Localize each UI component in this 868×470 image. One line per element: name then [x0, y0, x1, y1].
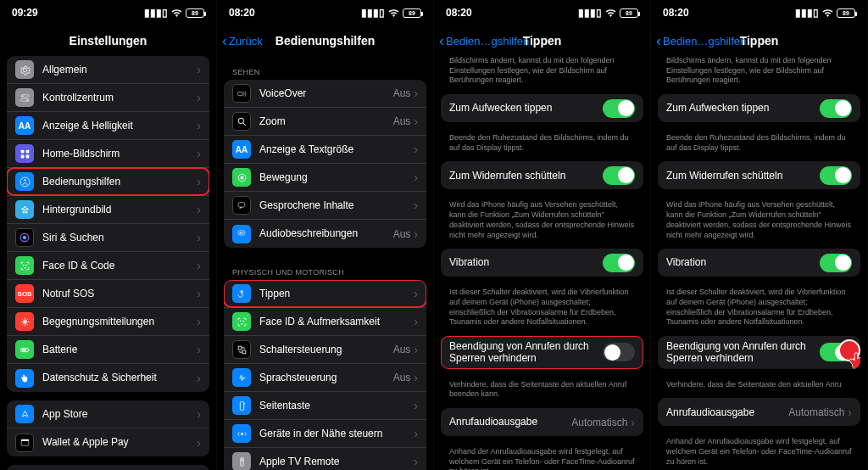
- chevron-right-icon: ›: [414, 143, 418, 156]
- chevron-right-icon: ›: [197, 407, 201, 421]
- settings-row[interactable]: AnrufaudioausgabeAutomatisch›: [441, 408, 643, 436]
- settings-row[interactable]: Wallet & Apple Pay›: [7, 428, 209, 456]
- svg-point-14: [22, 210, 25, 213]
- chevron-right-icon: ›: [414, 227, 418, 241]
- chevron-right-icon: ›: [197, 147, 201, 160]
- phone-screen: 09:29 ▮▮▮▯ 89 Einstellungen Allgemein› K…: [0, 0, 217, 470]
- settings-row[interactable]: Passwörter›: [7, 465, 209, 470]
- settings-row[interactable]: Kontrollzentrum›: [7, 84, 209, 112]
- gear-icon: [15, 60, 34, 79]
- svg-point-39: [240, 176, 242, 178]
- toggle-switch[interactable]: [820, 99, 852, 118]
- row-value: Aus: [393, 372, 411, 383]
- chevron-right-icon: ›: [197, 119, 201, 132]
- toggle-switch[interactable]: [820, 166, 852, 185]
- settings-row[interactable]: Zum Widerrufen schütteln: [658, 161, 860, 189]
- back-button[interactable]: ‹Zurück: [222, 33, 263, 48]
- toggle-switch[interactable]: [820, 254, 852, 272]
- status-time: 09:29: [12, 7, 38, 19]
- settings-row[interactable]: Allgemein›: [7, 56, 209, 84]
- svg-rect-40: [238, 202, 245, 206]
- settings-row[interactable]: AAAnzeige & Textgröße›: [224, 136, 426, 164]
- settings-row[interactable]: Zum Aufwecken tippen: [658, 94, 860, 122]
- back-button[interactable]: ‹Bedien…gshilfen: [656, 33, 746, 48]
- svg-point-3: [26, 99, 28, 101]
- svg-point-12: [25, 208, 28, 210]
- toggle-switch[interactable]: [603, 343, 635, 361]
- toggle-switch[interactable]: [603, 99, 635, 118]
- phone-screen: 08:20 ▮▮▮▯ 89 ‹Bedien…gshilfenTippenBild…: [651, 0, 868, 470]
- settings-row[interactable]: Beendigung von Anrufen durch Sperren ver…: [658, 336, 860, 369]
- settings-row[interactable]: Vibration: [441, 249, 643, 277]
- row-label: Batterie: [42, 344, 197, 355]
- svg-point-18: [23, 264, 24, 265]
- svg-line-25: [22, 319, 23, 320]
- settings-row[interactable]: App Store›: [7, 400, 209, 428]
- settings-row[interactable]: Siri & Suchen›: [7, 224, 209, 252]
- settings-row[interactable]: VoiceOverAus›: [224, 80, 426, 108]
- settings-row[interactable]: Hintergrundbild›: [7, 196, 209, 224]
- back-label: Bedien…gshilfen: [663, 35, 746, 48]
- settings-row[interactable]: Batterie›: [7, 336, 209, 364]
- toggles-icon: [15, 88, 34, 107]
- row-label: Begegnungsmitteilungen: [42, 316, 197, 327]
- settings-row[interactable]: Vibration: [658, 249, 860, 277]
- settings-row[interactable]: ADAudiobeschreibungenAus›: [224, 220, 426, 248]
- chevron-right-icon: ›: [197, 287, 201, 300]
- settings-row[interactable]: Beendigung von Anrufen durch Sperren ver…: [441, 336, 643, 369]
- nav-bar: Einstellungen: [0, 25, 216, 56]
- motion-icon: [232, 168, 251, 187]
- row-label: Sprachsteuerung: [259, 372, 393, 383]
- settings-row[interactable]: Tippen›: [224, 280, 426, 308]
- intro-text: Bildschirms ändern, kannst du mit den fo…: [658, 56, 860, 94]
- settings-row[interactable]: Seitentaste›: [224, 392, 426, 420]
- settings-row[interactable]: Face ID & Code›: [7, 252, 209, 280]
- back-button[interactable]: ‹Bedien…gshilfen: [439, 33, 529, 48]
- chevron-left-icon: ‹: [656, 33, 661, 48]
- toggle-switch[interactable]: [820, 343, 852, 361]
- intro-text: Bildschirms ändern, kannst du mit den fo…: [441, 56, 643, 94]
- settings-row[interactable]: Apple TV Remote›: [224, 448, 426, 470]
- svg-point-11: [24, 205, 26, 208]
- settings-row[interactable]: Bedienungshilfen›: [7, 168, 209, 196]
- toggle-switch[interactable]: [603, 166, 635, 185]
- section-footer: Beende den Ruhezustand des Bildschirms, …: [658, 131, 860, 161]
- settings-row[interactable]: Zum Widerrufen schütteln: [441, 161, 643, 189]
- wifi-icon: [822, 8, 833, 17]
- settings-group: Vibration: [658, 249, 860, 277]
- row-label: Geräte in der Nähe steuern: [259, 428, 414, 439]
- row-label: Zum Aufwecken tippen: [666, 102, 820, 114]
- status-indicators: ▮▮▮▯ 89: [144, 7, 204, 19]
- settings-row[interactable]: AAAnzeige & Helligkeit›: [7, 112, 209, 140]
- row-label: Zum Widerrufen schütteln: [449, 170, 603, 182]
- row-label: App Store: [42, 408, 197, 420]
- row-label: Vibration: [666, 256, 820, 268]
- row-label: Wallet & Apple Pay: [42, 436, 197, 448]
- settings-row[interactable]: AnrufaudioausgabeAutomatisch›: [658, 398, 860, 426]
- settings-group: AnrufaudioausgabeAutomatisch›: [658, 398, 860, 426]
- siri-icon: [15, 228, 34, 247]
- tv-icon: [232, 452, 251, 470]
- settings-row[interactable]: Begegnungsmitteilungen›: [7, 308, 209, 336]
- toggle-switch[interactable]: [603, 254, 635, 272]
- settings-row[interactable]: Face ID & Aufmerksamkeit›: [224, 308, 426, 336]
- section-footer: Wird das iPhone häufig aus Versehen gesc…: [658, 198, 860, 249]
- settings-row[interactable]: SprachsteuerungAus›: [224, 364, 426, 392]
- aa-icon: AA: [232, 140, 251, 159]
- settings-row[interactable]: Gesprochene Inhalte›: [224, 192, 426, 220]
- settings-row[interactable]: Bewegung›: [224, 164, 426, 192]
- svg-point-19: [25, 264, 26, 265]
- chevron-right-icon: ›: [414, 455, 418, 468]
- settings-row[interactable]: Geräte in der Nähe steuern›: [224, 420, 426, 448]
- signal-icon: ▮▮▮▯: [578, 7, 602, 19]
- settings-row[interactable]: SchaltersteuerungAus›: [224, 336, 426, 364]
- row-label: Zoom: [259, 115, 393, 127]
- chevron-right-icon: ›: [197, 436, 201, 450]
- settings-row[interactable]: Home-Bildschirm›: [7, 140, 209, 168]
- settings-row[interactable]: Datenschutz & Sicherheit›: [7, 364, 209, 392]
- settings-row[interactable]: Zum Aufwecken tippen: [441, 94, 643, 122]
- settings-row[interactable]: ZoomAus›: [224, 108, 426, 136]
- row-label: Anzeige & Textgröße: [259, 143, 414, 155]
- svg-line-28: [26, 319, 27, 320]
- settings-row[interactable]: SOSNotruf SOS›: [7, 280, 209, 308]
